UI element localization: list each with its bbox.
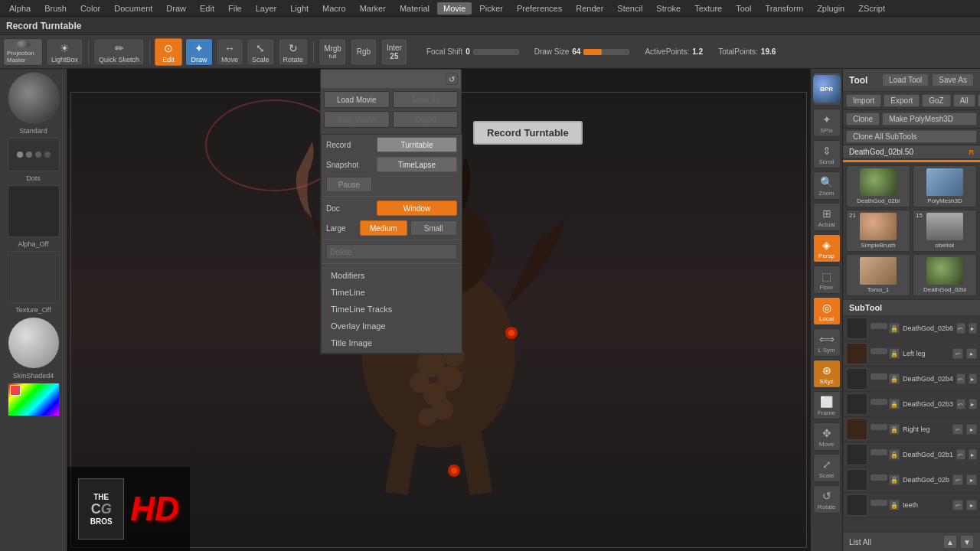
save-as-button[interactable]: Save As (393, 91, 459, 108)
subtool-lock-7[interactable]: 🔒 (889, 500, 900, 510)
draw-size-slider[interactable] (583, 49, 629, 55)
subtool-edit-7[interactable]: ⤺ (952, 500, 963, 510)
tool-grid-item-4[interactable]: Torso_1 (846, 254, 910, 296)
menu-marker[interactable]: Marker (354, 2, 392, 15)
menu-alpha[interactable]: Alpha (3, 2, 37, 15)
subtool-item-4[interactable]: 🔒 Right leg ⤺ ▸ (843, 417, 980, 442)
load-tool-button[interactable]: Load Tool (882, 73, 929, 86)
subtool-toggle-7[interactable] (871, 500, 887, 506)
tool-grid-item-1[interactable]: PolyMesh3D (913, 165, 977, 207)
subtool-arrow-1[interactable]: ▸ (966, 348, 977, 359)
rotate-side-button[interactable]: ↺ Rotate (813, 485, 841, 514)
persp-button[interactable]: ◈ Persp (813, 234, 841, 262)
lsym-button[interactable]: ⟺ L Sym (813, 328, 841, 357)
menu-zplugin[interactable]: Zplugin (811, 2, 851, 15)
projection-master-button[interactable]: Projection Master (3, 38, 43, 66)
subtool-edit-5[interactable]: ⤺ (956, 449, 965, 460)
menu-zscript[interactable]: ZScript (852, 2, 891, 15)
subtool-lock-4[interactable]: 🔒 (889, 424, 900, 435)
floor-button[interactable]: ⬚ Floor (813, 266, 841, 294)
menu-brush[interactable]: Brush (38, 2, 73, 15)
subtool-toggle-5[interactable] (871, 449, 887, 455)
subtool-item-2[interactable]: 🔒 DeathGod_02b4 ⤺ ▸ (843, 367, 980, 392)
subtool-item-0[interactable]: 🔒 DeathGod_02b6 ⤺ ▸ (843, 316, 980, 341)
timeline-tracks-item[interactable]: TimeLine Tracks (322, 301, 462, 318)
move-button[interactable]: ↔ Move (216, 38, 243, 66)
title-image-item[interactable]: Title Image (322, 334, 462, 351)
make-polymesh-button[interactable]: Make PolyMesh3D (882, 112, 977, 126)
overlay-image-item[interactable]: Overlay Image (322, 318, 462, 334)
rotate-button[interactable]: ↻ Rotate (278, 38, 309, 66)
focal-shift-slider[interactable] (473, 49, 519, 55)
subtool-toggle-1[interactable] (871, 348, 887, 354)
timeline-item[interactable]: TimeLine (322, 284, 462, 301)
goz-button[interactable]: GoZ (922, 94, 950, 107)
medium-button[interactable]: Medium (360, 220, 407, 236)
export-button[interactable]: Export (393, 111, 459, 128)
subtool-edit-2[interactable]: ⤺ (956, 373, 965, 384)
intensity-button[interactable]: Inter 25 (381, 38, 408, 66)
menu-render[interactable]: Render (570, 2, 609, 15)
tool-grid-item-3[interactable]: obelisk 15 (913, 210, 977, 252)
quick-sketch-button[interactable]: ✏ Quick Sketch (93, 38, 145, 66)
doc-value-button[interactable]: Window (377, 201, 457, 216)
bpr-button[interactable]: BPR (813, 72, 841, 106)
subtool-toggle-2[interactable] (871, 373, 887, 380)
edit-button[interactable]: ⊙ Edit (155, 38, 182, 66)
clone-button[interactable]: Clone (846, 112, 880, 126)
subtool-edit-0[interactable]: ⤺ (956, 323, 965, 334)
tool-grid-item-5[interactable]: DeathGod_02bl (913, 254, 977, 296)
subtool-toggle-3[interactable] (871, 399, 887, 405)
export-tool-button[interactable]: Export (884, 94, 920, 107)
scroll-button[interactable]: ⇕ Scroll (813, 140, 841, 168)
main-canvas[interactable]: ↺ Load Movie Save As Play Movie Export (67, 69, 810, 551)
dots-preview[interactable] (8, 138, 60, 171)
subtool-item-7[interactable]: 🔒 teeth ⤺ ▸ (843, 493, 980, 518)
zoom-button[interactable]: 🔍 Zoom (813, 171, 841, 200)
sxyz-button[interactable]: ⊛ SXyz (813, 360, 841, 388)
menu-transform[interactable]: Transform (759, 2, 809, 15)
all-button[interactable]: All (953, 94, 975, 107)
panel-close-button[interactable]: ↺ (446, 73, 458, 85)
subtool-edit-6[interactable]: ⤺ (952, 474, 963, 485)
tool-grid-item-2[interactable]: SimpleBrush 21 (846, 210, 910, 252)
tool-grid-item-0[interactable]: DeathGod_02bl (846, 165, 910, 207)
scale-button[interactable]: ⤡ Scale (247, 38, 275, 66)
subtool-item-1[interactable]: 🔒 Left leg ⤺ ▸ (843, 341, 980, 367)
subtool-arrow-6[interactable]: ▸ (966, 474, 977, 485)
actual-button[interactable]: ⊞ Actual (813, 203, 841, 231)
subtool-lock-2[interactable]: 🔒 (889, 373, 900, 384)
draw-button[interactable]: ✦ Draw (185, 38, 213, 66)
brush-preview[interactable] (8, 72, 60, 124)
clone-all-subtool-button[interactable]: Clone All SubTools (846, 130, 977, 143)
mrgb-button[interactable]: Mrgb full (318, 38, 347, 66)
small-button[interactable]: Small (410, 220, 458, 236)
menu-material[interactable]: Material (394, 2, 436, 15)
menu-layer[interactable]: Layer (250, 2, 283, 15)
record-turntable-button[interactable]: Record Turntable (473, 121, 583, 145)
subtool-edit-1[interactable]: ⤺ (952, 348, 963, 359)
menu-texture[interactable]: Texture (688, 2, 728, 15)
list-down-button[interactable]: ▼ (960, 535, 974, 549)
subtool-item-3[interactable]: 🔒 DeathGod_02b3 ⤺ ▸ (843, 392, 980, 417)
subtool-toggle-0[interactable] (871, 323, 887, 329)
frame-button[interactable]: ⬜ Frame (813, 391, 841, 419)
canvas-3d[interactable]: ↺ Load Movie Save As Play Movie Export (67, 69, 810, 551)
subtool-arrow-7[interactable]: ▸ (966, 500, 977, 510)
snapshot-value-button[interactable]: TimeLapse (377, 157, 457, 172)
subtool-lock-5[interactable]: 🔒 (889, 449, 900, 460)
subtool-edit-3[interactable]: ⤺ (956, 399, 965, 409)
menu-tool[interactable]: Tool (730, 2, 757, 15)
scale-side-button[interactable]: ⤢ Scale (813, 454, 841, 482)
load-movie-button[interactable]: Load Movie (324, 91, 390, 108)
menu-stencil[interactable]: Stencil (611, 2, 648, 15)
subtool-toggle-4[interactable] (871, 424, 887, 430)
subtool-toggle-6[interactable] (871, 474, 887, 481)
subtool-arrow-4[interactable]: ▸ (966, 424, 977, 435)
menu-draw[interactable]: Draw (160, 2, 192, 15)
menu-movie[interactable]: Movie (437, 2, 472, 15)
pause-button[interactable]: Pause (326, 177, 372, 192)
move-side-button[interactable]: ✥ Move (813, 422, 841, 451)
rgb-button[interactable]: Rgb (350, 38, 377, 66)
menu-document[interactable]: Document (108, 2, 158, 15)
